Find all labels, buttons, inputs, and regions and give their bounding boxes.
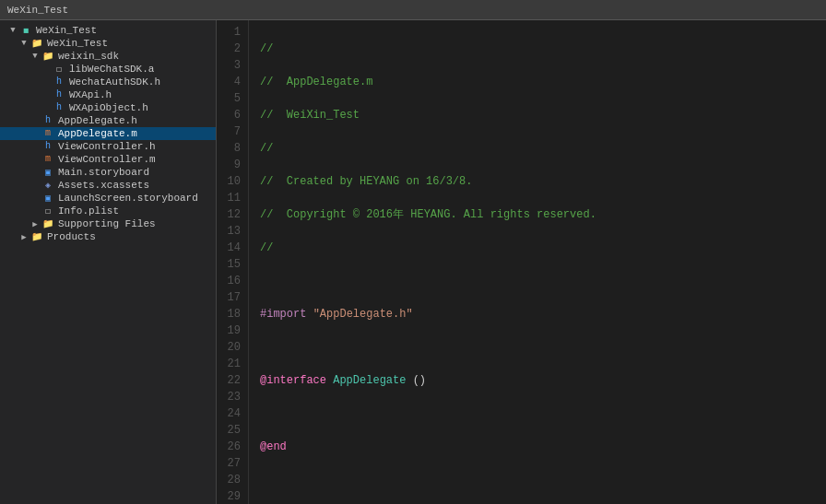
line-num-29: 29 [220, 488, 241, 504]
line-num-25: 25 [220, 422, 241, 439]
folder-icon: 📁 [41, 51, 55, 62]
xcassets-icon: ◈ [41, 180, 55, 191]
line-num-14: 14 [220, 240, 241, 256]
lib-icon: ◻ [52, 64, 66, 75]
line-num-21: 21 [220, 356, 241, 372]
code-line-13: @end [260, 439, 815, 455]
sidebar-item-libwechatsdk[interactable]: ◻ libWeChatSDK.a [0, 63, 216, 76]
arrow-icon: ▼ [18, 39, 30, 48]
code-line-9: #import "AppDelegate.h" [260, 306, 815, 322]
line-num-11: 11 [220, 190, 241, 206]
line-num-5: 5 [220, 90, 241, 107]
code-line-12 [260, 405, 815, 422]
m-icon: m [41, 128, 55, 139]
sidebar-item-products[interactable]: ▶ 📁 Products [0, 230, 216, 243]
code-content: // // AppDelegate.m // WeiXin_Test // //… [249, 20, 826, 504]
h-icon: h [41, 115, 55, 126]
sidebar-label-appdelegatem: AppDelegate.m [58, 128, 137, 139]
line-num-23: 23 [220, 389, 241, 405]
code-line-10 [260, 339, 815, 356]
arrow-icon: ▼ [7, 26, 18, 35]
code-line-1: // [260, 41, 815, 57]
line-num-3: 3 [220, 57, 241, 74]
code-line-14 [260, 472, 815, 488]
main-layout: ▼ ◼ WeXin_Test ▼ 📁 WeXin_Test ▼ 📁 weixin… [0, 20, 826, 504]
sidebar-item-launchscreenstoryboard[interactable]: ▣ LaunchScreen.storyboard [0, 192, 216, 205]
line-num-15: 15 [220, 256, 241, 273]
sidebar-item-viewcontrollerh[interactable]: h ViewController.h [0, 140, 216, 153]
line-num-26: 26 [220, 439, 241, 455]
line-num-7: 7 [220, 123, 241, 140]
sidebar-item-appdelegateh[interactable]: h AppDelegate.h [0, 114, 216, 127]
sidebar-item-wxapiobjecth[interactable]: h WXApiObject.h [0, 101, 216, 114]
line-num-28: 28 [220, 472, 241, 488]
h-icon: h [52, 89, 66, 100]
line-numbers: 1 2 3 4 5 6 7 8 9 10 11 12 13 14 15 16 1… [217, 20, 249, 504]
h-icon: h [52, 76, 66, 88]
sidebar-label-appdelegateh: AppDelegate.h [58, 115, 137, 126]
sidebar-item-weixintest[interactable]: ▼ 📁 WeXin_Test [0, 37, 216, 50]
line-num-18: 18 [220, 306, 241, 322]
arrow-icon: ▶ [30, 219, 41, 229]
line-num-4: 4 [220, 74, 241, 90]
arrow-icon: ▶ [18, 232, 30, 242]
top-bar-title: WeXin_Test [7, 5, 68, 16]
folder-icon: 📁 [30, 231, 44, 242]
line-num-9: 9 [220, 157, 241, 173]
top-bar: WeXin_Test [0, 0, 826, 20]
sidebar-label-supportingfiles: Supporting Files [58, 218, 156, 229]
code-line-6: // Copyright © 2016年 HEYANG. All rights … [260, 206, 815, 223]
sidebar-item-root[interactable]: ▼ ◼ WeXin_Test [0, 24, 216, 37]
sidebar-item-wxapih[interactable]: h WXApi.h [0, 88, 216, 101]
sidebar-item-mainstoryboard[interactable]: ▣ Main.storyboard [0, 166, 216, 179]
sidebar-item-weixin-sdk[interactable]: ▼ 📁 weixin_sdk [0, 50, 216, 63]
sidebar-label-products: Products [47, 231, 96, 242]
sidebar-item-xcassets[interactable]: ◈ Assets.xcassets [0, 179, 216, 192]
code-editor[interactable]: 1 2 3 4 5 6 7 8 9 10 11 12 13 14 15 16 1… [217, 20, 826, 504]
sidebar-item-wechatauthsdkh[interactable]: h WechatAuthSDK.h [0, 76, 216, 88]
sidebar-item-infoplist[interactable]: ◻ Info.plist [0, 205, 216, 217]
arrow-icon: ▼ [30, 52, 41, 61]
line-num-1: 1 [220, 24, 241, 41]
sidebar-label-weixintest: WeXin_Test [47, 38, 108, 49]
code-line-2: // AppDelegate.m [260, 74, 815, 90]
storyboard-icon: ▣ [41, 167, 55, 178]
line-num-8: 8 [220, 140, 241, 157]
line-num-19: 19 [220, 322, 241, 339]
code-line-3: // WeiXin_Test [260, 107, 815, 123]
storyboard-icon: ▣ [41, 193, 55, 204]
line-num-6: 6 [220, 107, 241, 123]
code-line-8 [260, 273, 815, 289]
h-icon: h [52, 102, 66, 113]
plist-icon: ◻ [41, 205, 55, 217]
code-line-11: @interface AppDelegate () [260, 372, 815, 389]
sidebar-item-viewcontrollerm[interactable]: m ViewController.m [0, 153, 216, 166]
line-num-10: 10 [220, 173, 241, 190]
code-line-4: // [260, 140, 815, 157]
line-num-20: 20 [220, 339, 241, 356]
sidebar-label-wechatauthsdkh: WechatAuthSDK.h [69, 76, 160, 88]
sidebar-item-supportingfiles[interactable]: ▶ 📁 Supporting Files [0, 217, 216, 230]
line-num-13: 13 [220, 223, 241, 240]
m-icon: m [41, 154, 55, 165]
sidebar-label-weixin-sdk: weixin_sdk [58, 51, 119, 62]
sidebar[interactable]: ▼ ◼ WeXin_Test ▼ 📁 WeXin_Test ▼ 📁 weixin… [0, 20, 217, 504]
h-icon: h [41, 141, 55, 152]
folder-icon: 📁 [30, 38, 44, 49]
line-num-17: 17 [220, 289, 241, 306]
line-num-16: 16 [220, 273, 241, 289]
sidebar-label-viewcontrollerh: ViewController.h [58, 141, 156, 152]
sidebar-item-appdelegatem[interactable]: m AppDelegate.m [0, 127, 216, 140]
sidebar-label-xcassets: Assets.xcassets [58, 180, 149, 191]
sidebar-label-viewcontrollerm: ViewController.m [58, 154, 156, 165]
sidebar-label-launchscreenstoryboard: LaunchScreen.storyboard [58, 193, 198, 204]
sidebar-label-mainstoryboard: Main.storyboard [58, 167, 149, 178]
sidebar-label-libwechatsdk: libWeChatSDK.a [69, 64, 154, 75]
sidebar-label-root: WeXin_Test [36, 25, 97, 36]
sidebar-label-infoplist: Info.plist [58, 205, 119, 217]
line-num-24: 24 [220, 405, 241, 422]
line-num-2: 2 [220, 41, 241, 57]
code-line-7: // [260, 240, 815, 256]
project-icon: ◼ [18, 25, 33, 36]
sidebar-label-wxapih: WXApi.h [69, 89, 112, 100]
